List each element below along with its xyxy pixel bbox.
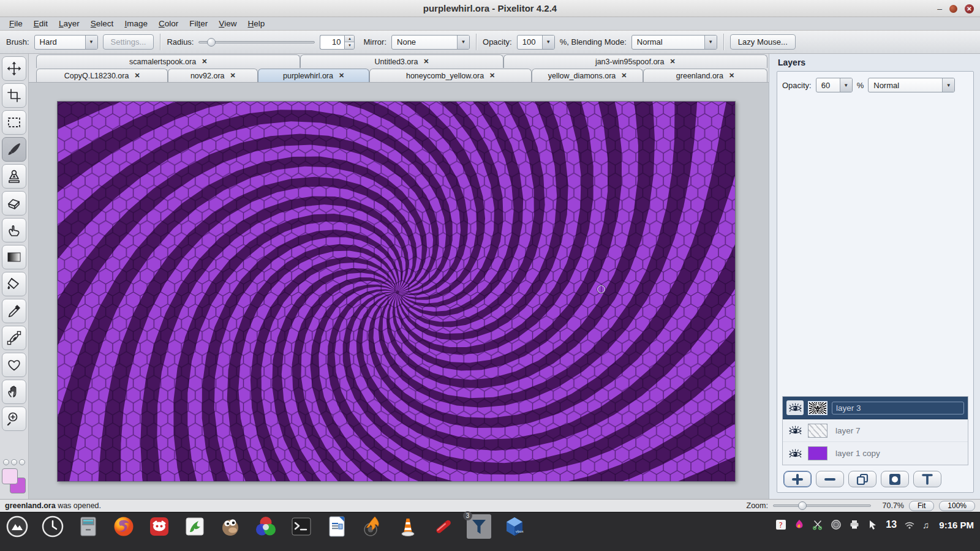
menu-help[interactable]: Help [243, 17, 271, 30]
menu-image[interactable]: Image [119, 17, 153, 30]
package-claw-icon[interactable] [183, 514, 207, 539]
tab-close-icon[interactable]: ✕ [339, 72, 344, 80]
file-manager-icon[interactable] [76, 514, 100, 539]
menu-view[interactable]: View [213, 17, 242, 30]
brush-type-select[interactable]: Hard ▼ [34, 35, 98, 50]
layer-visibility-toggle[interactable] [786, 400, 804, 415]
clock-app-icon[interactable] [40, 514, 65, 539]
color-picker-app-icon[interactable] [254, 514, 278, 539]
tool-eraser[interactable] [2, 191, 26, 216]
swap-colors-button[interactable] [11, 459, 17, 465]
discord-icon[interactable] [147, 514, 172, 539]
writer-doc-icon[interactable] [325, 514, 349, 539]
zoom-slider[interactable] [773, 498, 871, 513]
photo-burn-icon[interactable] [360, 514, 385, 539]
wifi-tray-icon[interactable] [904, 519, 915, 530]
tool-rectangle-select[interactable] [2, 110, 26, 135]
flame-tray-icon[interactable] [794, 519, 805, 530]
tab-close-icon[interactable]: ✕ [423, 58, 429, 66]
scissors-tray-icon[interactable] [812, 519, 823, 530]
tab-purplewhirl-ora[interactable]: purplewhirl.ora✕ [258, 69, 369, 82]
tool-brush[interactable] [2, 137, 26, 162]
tool-zoom[interactable] [2, 407, 26, 431]
music-tray-icon[interactable]: ♫ [922, 520, 929, 530]
layer-thumbnail[interactable] [808, 401, 827, 415]
add-layer-mask-button[interactable] [881, 471, 909, 487]
lazy-mouse-button[interactable]: Lazy Mouse... [730, 34, 796, 50]
tab-untitled3-ora[interactable]: Untitled3.ora✕ [300, 54, 503, 68]
pixelitor-taskbar-icon[interactable]: 3 [467, 514, 491, 539]
layer-thumbnail[interactable] [808, 424, 827, 438]
firefox-icon[interactable] [111, 514, 136, 539]
tab-copyq-l18230-ora[interactable]: CopyQ.L18230.ora✕ [36, 69, 168, 82]
layer-thumbnail[interactable] [808, 446, 827, 460]
taskbar-clock[interactable]: 9:16 PM [939, 520, 974, 530]
fit-button[interactable]: Fit [909, 501, 934, 511]
tab-close-icon[interactable]: ✕ [230, 72, 236, 80]
coin-tray-icon[interactable] [831, 519, 842, 530]
tab-close-icon[interactable]: ✕ [669, 58, 675, 66]
tab-jan3-win95spoof-ora[interactable]: jan3-win95spoof.ora✕ [503, 54, 767, 68]
menu-edit[interactable]: Edit [28, 17, 53, 30]
tab-close-icon[interactable]: ✕ [202, 58, 207, 66]
zoom-100-button[interactable]: 100% [939, 501, 975, 511]
tool-clone-stamp[interactable] [2, 164, 26, 189]
tab-close-icon[interactable]: ✕ [729, 72, 734, 80]
close-button[interactable]: ✕ [965, 4, 974, 13]
red-pen-icon[interactable] [431, 514, 456, 539]
tab-honeycomb_yellow-ora[interactable]: honeycomb_yellow.ora✕ [369, 69, 532, 82]
tool-paint-bucket[interactable] [2, 272, 26, 296]
tool-crop[interactable] [2, 83, 26, 108]
launcher-icon[interactable] [5, 514, 29, 539]
layer-opacity-select[interactable]: 60 ▼ [816, 78, 853, 92]
tool-shapes[interactable] [2, 353, 26, 377]
virtualbox-icon[interactable]: vbox [502, 514, 527, 539]
add-text-layer-button[interactable] [913, 471, 941, 487]
mirror-select[interactable]: None ▼ [391, 35, 470, 50]
tab-greenland-ora[interactable]: greenland.ora✕ [643, 69, 767, 82]
tool-gradient[interactable] [2, 245, 26, 269]
menu-filter[interactable]: Filter [184, 17, 213, 30]
notification-count[interactable]: 13 [886, 519, 897, 530]
layer-blend-select[interactable]: Normal ▼ [868, 78, 955, 92]
layer-visibility-toggle[interactable] [786, 446, 804, 461]
layer-visibility-toggle[interactable] [786, 423, 804, 438]
image-canvas[interactable] [57, 101, 736, 482]
foreground-color-swatch[interactable] [2, 468, 18, 484]
terminal-icon[interactable] [289, 514, 314, 539]
brush-settings-button[interactable]: Settings... [103, 34, 154, 50]
layer-name[interactable]: layer 3 [832, 402, 964, 414]
tool-hand[interactable] [2, 380, 26, 404]
menu-color[interactable]: Color [153, 17, 184, 30]
layer-name[interactable]: layer 1 copy [832, 448, 964, 459]
tab-close-icon[interactable]: ✕ [134, 72, 140, 80]
tab-close-icon[interactable]: ✕ [621, 72, 627, 80]
layer-name[interactable]: layer 7 [832, 425, 964, 437]
vlc-icon[interactable] [396, 514, 420, 539]
layer-row-layer-1-copy[interactable]: layer 1 copy [783, 442, 968, 465]
tab-nov92-ora[interactable]: nov92.ora✕ [168, 69, 258, 82]
delete-layer-button[interactable] [816, 471, 844, 487]
cursor-tray-icon[interactable] [867, 519, 878, 530]
default-colors-button[interactable] [3, 459, 9, 465]
layer-row-layer-7[interactable]: layer 7 [783, 419, 968, 442]
menu-file[interactable]: File [4, 17, 28, 30]
opacity-select[interactable]: 100 ▼ [517, 35, 555, 50]
tool-move[interactable] [2, 56, 26, 81]
printer-tray-icon[interactable] [849, 519, 860, 530]
tab-yellow_diamons-ora[interactable]: yellow_diamons.ora✕ [532, 69, 643, 82]
tab-close-icon[interactable]: ✕ [489, 72, 495, 80]
menu-layer[interactable]: Layer [53, 17, 85, 30]
gimp-icon[interactable] [218, 514, 243, 539]
layer-row-layer-3[interactable]: layer 3 [783, 397, 968, 419]
tool-pen[interactable] [2, 326, 26, 350]
menu-select[interactable]: Select [85, 17, 119, 30]
tool-smudge[interactable] [2, 218, 26, 242]
restore-button[interactable] [949, 5, 957, 13]
tool-color-picker[interactable] [2, 299, 26, 323]
minimize-button[interactable]: – [937, 4, 942, 13]
add-layer-button[interactable] [783, 471, 812, 487]
tab-scamalertspook-ora[interactable]: scamalertspook.ora✕ [36, 54, 300, 68]
radius-spinner[interactable]: 10 ▲▼ [320, 35, 355, 50]
blending-mode-select[interactable]: Normal ▼ [631, 35, 717, 50]
